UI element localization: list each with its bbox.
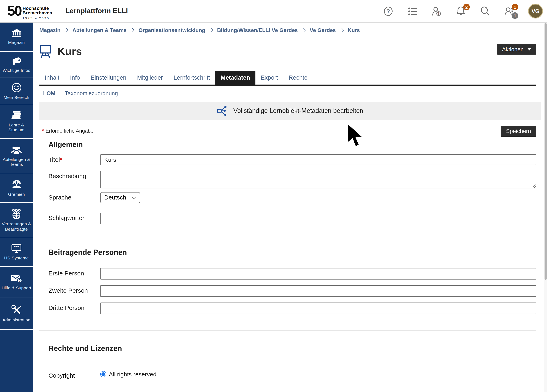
sidebar-item-mein-bereich[interactable]: Mein Bereich: [0, 78, 33, 105]
field-row-copyright: Copyright All rights reserved: [39, 370, 536, 379]
sidebar-item-hs-systeme[interactable]: *** HS-Systeme: [0, 238, 33, 267]
chevron-right-icon: [209, 28, 213, 32]
page: 50 Hochschule Bremerhaven 1975 – 2025 Le…: [0, 0, 547, 392]
section-heading-allgemein: Allgemein: [48, 140, 536, 149]
sidebar-item-abteilungen-teams[interactable]: Abteilungen & Teams: [0, 139, 33, 174]
beschreibung-label: Beschreibung: [39, 170, 100, 179]
beschreibung-textarea[interactable]: [100, 170, 536, 188]
shell: Magazin Wichtige Infos Mein Bereich: [0, 23, 547, 392]
monitor-icon: ***: [11, 244, 22, 253]
sidebar-item-vertretungen[interactable]: Vertretungen & Beauftragte: [0, 203, 33, 238]
field-row-zweite-person: Zweite Person: [39, 285, 536, 297]
actions-button[interactable]: Aktionen: [497, 44, 536, 54]
zweite-person-input[interactable]: [100, 285, 536, 297]
page-header: Kurs Aktionen: [39, 43, 536, 60]
sidebar-item-lehre-studium[interactable]: Lehre & Studium: [0, 105, 33, 139]
sprache-label: Sprache: [39, 192, 100, 201]
app-title: Lernplattform ELLI: [66, 7, 128, 15]
required-hint: *Erforderliche Angabe: [42, 128, 93, 134]
language-select-value: Deutsch: [104, 194, 126, 201]
schlagwoerter-input[interactable]: [100, 212, 536, 224]
field-row-titel: Titel*: [39, 154, 536, 165]
titel-input[interactable]: [100, 154, 536, 165]
bank-icon: [11, 29, 21, 38]
save-button[interactable]: Speichern: [501, 125, 536, 136]
dritte-person-input[interactable]: [100, 302, 536, 314]
search-icon[interactable]: [480, 6, 490, 16]
metadata-hub-icon: [217, 106, 228, 116]
subtab-taxonomiezuordnung[interactable]: Taxonomiezuordnung: [65, 90, 118, 96]
section-divider: [39, 230, 536, 231]
vertical-scrollbar[interactable]: [544, 22, 547, 392]
page-title: Kurs: [57, 45, 82, 58]
tab-underline: [39, 85, 536, 86]
tab-info[interactable]: Info: [65, 71, 85, 85]
chevron-right-icon: [302, 28, 306, 32]
tab-metadaten[interactable]: Metadaten: [215, 71, 255, 85]
breadcrumb: Magazin Abteilungen & Teams Organisation…: [39, 23, 536, 38]
top-icon-cluster: ? !: [383, 0, 543, 22]
banner-label: Vollständige Lernobjekt-Metadaten bearbe…: [233, 107, 363, 115]
tab-inhalt[interactable]: Inhalt: [39, 71, 65, 85]
breadcrumb-kurs[interactable]: Kurs: [348, 27, 360, 33]
breadcrumb-abteilungen-teams[interactable]: Abteilungen & Teams: [73, 27, 127, 33]
svg-text:?: ?: [19, 279, 21, 283]
field-row-dritte-person: Dritte Person: [39, 302, 536, 314]
help-icon[interactable]: ?: [383, 6, 393, 16]
language-select[interactable]: Deutsch: [100, 192, 140, 203]
tab-rechte[interactable]: Rechte: [283, 71, 313, 85]
subtab-lom[interactable]: LOM: [43, 90, 55, 96]
breadcrumb-bildung-wissen[interactable]: Bildung/Wissen/ELLI Ve Gerdes: [217, 27, 298, 33]
tab-export[interactable]: Export: [255, 71, 283, 85]
chevron-down-icon: [132, 195, 137, 199]
tab-einstellungen[interactable]: Einstellungen: [85, 71, 132, 85]
contacts-icon[interactable]: 1 1: [504, 6, 514, 16]
sidebar-item-administration[interactable]: Administration: [0, 298, 33, 330]
erste-person-label: Erste Person: [39, 268, 100, 277]
svg-text:?: ?: [386, 8, 390, 14]
erste-person-input[interactable]: [100, 268, 536, 279]
logo-50: 50: [7, 2, 21, 19]
contacts-count-badge: 1: [512, 12, 518, 19]
breadcrumb-organisationsentwicklung[interactable]: Organisationsentwicklung: [139, 27, 205, 33]
main-content: Magazin Abteilungen & Teams Organisation…: [33, 23, 547, 392]
field-row-erste-person: Erste Person: [39, 268, 536, 279]
form-header: *Erforderliche Angabe Speichern: [39, 125, 536, 136]
section-heading-beitragende: Beitragende Personen: [48, 248, 536, 257]
dritte-person-label: Dritte Person: [39, 302, 100, 311]
sidebar-item-magazin[interactable]: Magazin: [0, 23, 33, 52]
field-row-schlagwoerter: Schlagwörter: [39, 212, 536, 224]
who-is-online-icon[interactable]: !: [431, 6, 442, 16]
scrollbar-thumb[interactable]: [545, 23, 547, 280]
tab-lernfortschritt[interactable]: Lernfortschritt: [168, 71, 215, 85]
section-heading-rechte: Rechte und Lizenzen: [48, 344, 536, 353]
smiley-icon: [11, 83, 21, 93]
notifications-bell-icon[interactable]: 2: [455, 6, 466, 16]
university-logo[interactable]: 50 Hochschule Bremerhaven 1975 – 2025: [7, 2, 52, 20]
tools-icon: [11, 305, 21, 315]
svg-text:***: ***: [14, 245, 19, 250]
breadcrumb-magazin[interactable]: Magazin: [39, 27, 61, 33]
required-asterisk: *: [42, 128, 44, 134]
globe-people-icon: [11, 209, 22, 219]
chevron-right-icon: [340, 28, 344, 32]
copyright-label: Copyright: [39, 370, 100, 379]
top-bar: 50 Hochschule Bremerhaven 1975 – 2025 Le…: [0, 0, 547, 23]
user-avatar[interactable]: VG: [528, 4, 543, 19]
task-list-icon[interactable]: [407, 6, 418, 16]
copyright-option-label: All rights reserved: [109, 371, 157, 378]
tab-mitglieder[interactable]: Mitglieder: [132, 71, 168, 85]
chevron-right-icon: [130, 28, 135, 32]
copyright-option-row: All rights reserved: [100, 370, 536, 378]
schlagwoerter-label: Schlagwörter: [39, 212, 100, 221]
mail-question-icon: ?: [11, 274, 22, 283]
sidebar-item-wichtige-infos[interactable]: Wichtige Infos: [0, 52, 33, 78]
sidebar-item-gremien[interactable]: Gremien: [0, 174, 33, 203]
committee-icon: [11, 180, 22, 190]
copyright-radio[interactable]: [100, 371, 106, 377]
sidebar-item-hilfe-support[interactable]: ? Hilfe & Support: [0, 267, 33, 298]
tab-bar: Inhalt Info Einstellungen Mitglieder Ler…: [39, 71, 536, 85]
full-metadata-banner[interactable]: Vollständige Lernobjekt-Metadaten bearbe…: [39, 101, 541, 120]
titel-label: Titel*: [39, 154, 100, 163]
breadcrumb-ve-gerdes[interactable]: Ve Gerdes: [310, 27, 336, 33]
